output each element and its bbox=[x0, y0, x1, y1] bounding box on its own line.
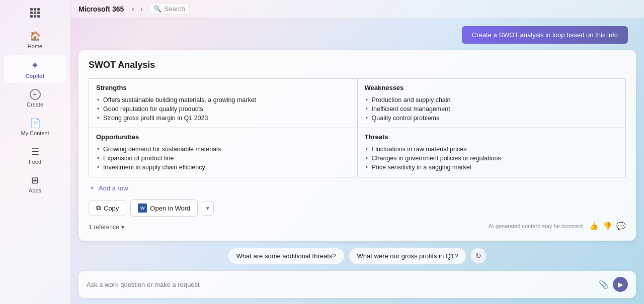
add-icon: ＋ bbox=[89, 183, 96, 192]
feedback-row: 1 reference ▾ AI-generated content may b… bbox=[89, 222, 626, 231]
search-placeholder: Search bbox=[165, 5, 185, 13]
my-content-icon: 📄 bbox=[30, 118, 41, 129]
swot-title: SWOT Analysis bbox=[89, 60, 626, 70]
sidebar-item-apps[interactable]: ⊞ Apps bbox=[4, 171, 66, 197]
opportunities-label: Opportunities bbox=[96, 133, 350, 141]
send-icon: ▶ bbox=[618, 280, 623, 288]
reference-label: 1 reference bbox=[89, 224, 119, 231]
suggestion-chip-2[interactable]: What were our gross profits in Q1? bbox=[349, 248, 467, 264]
sidebar-item-home[interactable]: 🏠 Home bbox=[4, 27, 66, 53]
home-icon: 🏠 bbox=[30, 31, 41, 42]
action-buttons-row: ⧉ Copy W Open in Word ▾ bbox=[89, 199, 626, 217]
chat-card: SWOT Analysis Strengths Offers sustainab… bbox=[78, 50, 636, 241]
sidebar-item-my-content-label: My Content bbox=[21, 130, 49, 136]
attach-button[interactable]: 📎 bbox=[599, 280, 609, 289]
sidebar-item-copilot-label: Copilot bbox=[26, 73, 45, 79]
strength-item-3: Strong gross profit margin in Q1 2023 bbox=[96, 114, 350, 123]
threat-item-3: Price sensitivity in a sagging market bbox=[365, 163, 619, 172]
chevron-down-icon: ▾ bbox=[206, 205, 209, 211]
chat-icon[interactable]: 💬 bbox=[616, 222, 626, 231]
apps-grid-icon bbox=[26, 4, 44, 22]
create-swot-button[interactable]: Create a SWOT analysis in loop based on … bbox=[462, 26, 628, 44]
chevron-down-icon: ▾ bbox=[121, 224, 124, 231]
swot-table: Strengths Offers sustainable building ma… bbox=[89, 78, 626, 177]
swot-row-bottom: Opportunities Growing demand for sustain… bbox=[89, 128, 626, 177]
strengths-cell: Strengths Offers sustainable building ma… bbox=[89, 79, 358, 128]
content-pane: Create a SWOT analysis in loop based on … bbox=[70, 18, 644, 304]
add-row-button[interactable]: ＋ Add a row bbox=[89, 182, 128, 193]
opportunity-item-3: Investment in supply chain efficiency bbox=[96, 163, 350, 172]
reference-row[interactable]: 1 reference ▾ bbox=[89, 224, 124, 231]
threats-list: Fluctuations in raw material prices Chan… bbox=[365, 145, 619, 172]
threat-item-1: Fluctuations in raw material prices bbox=[365, 145, 619, 154]
suggestions-row: What are some additional threats? What w… bbox=[78, 247, 636, 265]
suggestion-chip-1[interactable]: What are some additional threats? bbox=[228, 248, 345, 264]
copy-button[interactable]: ⧉ Copy bbox=[89, 200, 126, 216]
apps-icon: ⊞ bbox=[31, 175, 39, 186]
thumbs-down-icon[interactable]: 👎 bbox=[603, 222, 612, 231]
nav-buttons: Microsoft 365 ‹ › bbox=[78, 4, 145, 14]
create-icon: + bbox=[30, 89, 41, 100]
swot-row-top: Strengths Offers sustainable building ma… bbox=[89, 79, 626, 128]
refresh-button[interactable]: ↻ bbox=[470, 248, 487, 264]
back-button[interactable]: ‹ bbox=[130, 4, 136, 14]
opportunities-list: Growing demand for sustainable materials… bbox=[96, 145, 350, 172]
feed-icon: ☰ bbox=[31, 146, 39, 157]
sidebar-item-feed[interactable]: ☰ Feed bbox=[4, 142, 66, 169]
app-title: Microsoft 365 bbox=[78, 5, 124, 13]
input-area: 📎 ▶ bbox=[78, 271, 636, 298]
refresh-icon: ↻ bbox=[475, 252, 481, 260]
open-word-dropdown-button[interactable]: ▾ bbox=[202, 201, 214, 216]
threats-label: Threats bbox=[365, 133, 619, 141]
chat-input[interactable] bbox=[87, 281, 595, 288]
copilot-icon: ✦ bbox=[31, 59, 39, 71]
strengths-list: Offers sustainable building materials, a… bbox=[96, 95, 350, 123]
weakness-item-2: Inefficient cost management bbox=[365, 105, 619, 114]
weaknesses-list: Production and supply chain Inefficient … bbox=[365, 95, 619, 123]
strength-item-2: Good reputation for quality products bbox=[96, 105, 350, 114]
threats-cell: Threats Fluctuations in raw material pri… bbox=[357, 128, 626, 177]
attach-icon: 📎 bbox=[599, 280, 609, 289]
open-word-label: Open in Word bbox=[150, 205, 190, 212]
sidebar-item-my-content[interactable]: 📄 My Content bbox=[4, 114, 66, 140]
main-area: Microsoft 365 ‹ › 🔍 Search Create a SWOT… bbox=[70, 0, 644, 304]
sidebar-item-feed-label: Feed bbox=[29, 159, 41, 165]
opportunity-item-1: Growing demand for sustainable materials bbox=[96, 145, 350, 154]
strengths-label: Strengths bbox=[96, 84, 350, 91]
opportunity-item-2: Expansion of product line bbox=[96, 154, 350, 163]
sidebar-item-home-label: Home bbox=[28, 43, 42, 49]
copy-icon: ⧉ bbox=[96, 204, 101, 212]
sidebar-item-create-label: Create bbox=[27, 102, 43, 108]
strength-item-1: Offers sustainable building materials, a… bbox=[96, 95, 350, 105]
weaknesses-cell: Weaknesses Production and supply chain I… bbox=[357, 79, 626, 128]
sidebar-item-create[interactable]: + Create bbox=[4, 85, 66, 112]
thumbs-up-icon[interactable]: 👍 bbox=[589, 222, 599, 231]
open-in-word-button[interactable]: W Open in Word bbox=[130, 199, 198, 217]
search-icon: 🔍 bbox=[153, 5, 162, 13]
weakness-item-3: Quality control problems bbox=[365, 114, 619, 123]
send-button[interactable]: ▶ bbox=[613, 277, 628, 292]
opportunities-cell: Opportunities Growing demand for sustain… bbox=[89, 128, 358, 177]
weakness-item-1: Production and supply chain bbox=[365, 95, 619, 105]
top-bar: Microsoft 365 ‹ › 🔍 Search bbox=[70, 0, 644, 18]
feedback-icons: 👍 👎 💬 bbox=[589, 222, 626, 231]
forward-button[interactable]: › bbox=[138, 4, 145, 14]
add-row-label: Add a row bbox=[99, 184, 128, 192]
ai-disclaimer: AI-generated content may be incorrect. bbox=[489, 223, 584, 229]
copy-label: Copy bbox=[104, 205, 119, 212]
search-bar[interactable]: 🔍 Search bbox=[149, 3, 190, 15]
sidebar-item-apps-label: Apps bbox=[29, 187, 41, 193]
weaknesses-label: Weaknesses bbox=[365, 84, 619, 91]
sidebar: 🏠 Home ✦ Copilot + Create 📄 My Content ☰… bbox=[0, 0, 70, 304]
word-icon: W bbox=[138, 204, 147, 213]
sidebar-item-copilot[interactable]: ✦ Copilot bbox=[4, 55, 66, 83]
threat-item-2: Changes in government policies or regula… bbox=[365, 154, 619, 163]
